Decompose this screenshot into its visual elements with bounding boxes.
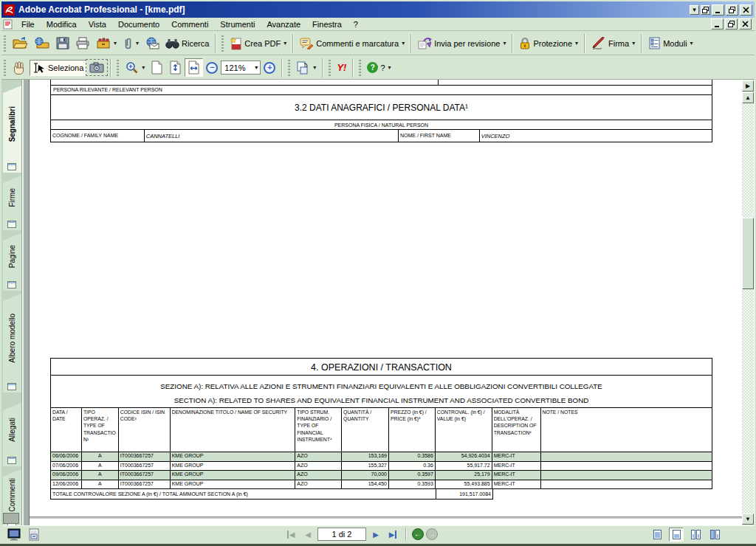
- forms-button[interactable]: Moduli▾: [645, 35, 695, 52]
- forms-icon: [648, 37, 661, 49]
- header-note: NOTE / NOTES: [541, 408, 712, 452]
- search-button[interactable]: Ricerca: [162, 35, 212, 52]
- doc-minimize-button[interactable]: [711, 18, 724, 30]
- toolbar-grip[interactable]: [117, 60, 119, 76]
- toolbar-grip[interactable]: [329, 60, 331, 76]
- menu-avanzate[interactable]: Avanzate: [261, 19, 306, 30]
- plus-circle-icon: +: [264, 62, 275, 74]
- page-indicator-input[interactable]: [317, 528, 366, 541]
- attach-button[interactable]: ▾: [120, 35, 142, 52]
- toolbar-grip[interactable]: [4, 35, 6, 52]
- save-button[interactable]: [53, 35, 72, 52]
- fit-page-icon: [169, 61, 182, 75]
- document-pane[interactable]: PERSONA RILEVANTE / RELEVANT PERSON 3.2 …: [30, 80, 743, 525]
- model-tree-icon: [7, 383, 16, 390]
- toolbar-grip[interactable]: [288, 60, 290, 76]
- continuous-facing-view-button[interactable]: [707, 528, 722, 542]
- actual-size-button[interactable]: [148, 58, 166, 77]
- send-for-review-button[interactable]: Invia per revisione▾: [415, 35, 509, 52]
- next-view-button[interactable]: →: [426, 528, 438, 540]
- toolbar-options-dropdown-icon[interactable]: ▾: [690, 5, 699, 15]
- open-button[interactable]: [9, 35, 31, 52]
- menu-documento[interactable]: Documento: [112, 19, 165, 30]
- previous-page-button[interactable]: ◀: [300, 528, 315, 541]
- document-window-icon[interactable]: [3, 19, 13, 30]
- print-button[interactable]: [72, 35, 93, 52]
- panel-splitter[interactable]: [23, 80, 30, 525]
- hand-tool-button[interactable]: [9, 58, 30, 77]
- doc-close-button[interactable]: [739, 18, 752, 30]
- sign-button[interactable]: Firma▾: [588, 35, 638, 52]
- dropdown-arrow-icon[interactable]: ▾: [253, 64, 259, 71]
- tab-segnalibri[interactable]: Segnalibri: [3, 86, 21, 173]
- open-web-button[interactable]: [31, 35, 53, 52]
- create-pdf-button[interactable]: Crea PDF▾: [227, 35, 289, 52]
- comment-bubble-icon: [300, 37, 314, 49]
- dropdown-arrow-icon: ▾: [142, 64, 145, 71]
- single-page-view-button[interactable]: [650, 528, 664, 542]
- fullscreen-button[interactable]: [7, 528, 21, 541]
- continuous-view-button[interactable]: [669, 528, 684, 542]
- menu-finestra[interactable]: Finestra: [306, 19, 348, 30]
- tab-firme[interactable]: Firme: [3, 176, 21, 230]
- camera-icon: [89, 62, 104, 73]
- toolbar-grip[interactable]: [221, 35, 224, 52]
- next-page-button[interactable]: ▶: [368, 528, 383, 541]
- menu-modifica[interactable]: Modifica: [41, 19, 83, 30]
- scroll-up-button[interactable]: ▲: [742, 92, 754, 103]
- tab-pagine-label: Pagine: [8, 245, 16, 268]
- facing-view-button[interactable]: [688, 528, 703, 542]
- dropdown-arrow-icon: ▾: [388, 64, 391, 71]
- help-button[interactable]: ??▾: [364, 60, 394, 75]
- scrollbar-thumb[interactable]: [742, 218, 754, 289]
- tab-albero-modello-label: Albero modello: [8, 314, 16, 363]
- tab-albero-modello[interactable]: Albero modello: [3, 294, 21, 393]
- select-tool-button[interactable]: Seleziona: [30, 60, 86, 76]
- organizer-button[interactable]: ▾: [93, 35, 120, 52]
- minimize-button[interactable]: [712, 4, 724, 15]
- menu-commenti[interactable]: Commenti: [165, 19, 214, 30]
- paperclip-icon: [123, 37, 133, 50]
- toolbar-separator: [410, 34, 412, 53]
- menu-file[interactable]: File: [16, 19, 41, 30]
- snapshot-tool-button[interactable]: [86, 60, 107, 75]
- pen-icon: [591, 37, 606, 49]
- dropdown-arrow-icon: ▾: [503, 40, 506, 46]
- scroll-down-button[interactable]: ▼: [742, 514, 754, 525]
- comment-markup-button[interactable]: Commenti e marcatura▾: [297, 35, 408, 52]
- first-page-button[interactable]: ◀: [284, 528, 298, 541]
- menu-vista[interactable]: Vista: [83, 19, 112, 30]
- previous-view-button[interactable]: ←: [412, 528, 424, 540]
- restore-button[interactable]: [726, 4, 738, 15]
- zoom-tool-button[interactable]: ▾: [122, 59, 148, 77]
- doc-restore-button[interactable]: [725, 18, 738, 30]
- menu-help[interactable]: ?: [348, 19, 364, 30]
- toolbar-grip[interactable]: [359, 60, 361, 76]
- page-navigation-button[interactable]: ▾: [293, 59, 319, 77]
- vertical-scrollbar[interactable]: ▶ ▲ ▼: [742, 80, 754, 525]
- article-next-button[interactable]: ▶: [742, 80, 754, 91]
- status-bar: ◀ ◀ ▶ ▶ ← →: [1, 525, 755, 543]
- zoom-out-button[interactable]: −: [203, 60, 221, 76]
- tab-pagine[interactable]: Pagine: [3, 233, 21, 291]
- menu-strumenti[interactable]: Strumenti: [214, 19, 261, 30]
- fit-page-button[interactable]: [166, 58, 185, 77]
- float-window-button[interactable]: [701, 5, 710, 15]
- surname-label: COGNOME / FAMILY NAME: [51, 130, 145, 142]
- window-title: Adobe Acrobat Professional - [kme.pdf]: [18, 4, 185, 15]
- protection-button[interactable]: Protezione▾: [516, 35, 581, 52]
- zoom-level-input[interactable]: [222, 63, 253, 72]
- email-button[interactable]: [142, 35, 162, 52]
- total-label: TOTALE CONTROVALORE SEZIONE A (in €) / T…: [51, 489, 436, 500]
- toolbar-grip[interactable]: [4, 60, 6, 76]
- status-page-options-button[interactable]: [28, 528, 40, 541]
- zoom-in-button[interactable]: +: [261, 60, 278, 76]
- transaction-row: 07/06/2006 A IT0003667257 KME GROUP AZO …: [51, 462, 712, 471]
- close-button[interactable]: [740, 4, 752, 15]
- zoom-level-combo[interactable]: ▾: [221, 61, 261, 75]
- yahoo-toolbar-button[interactable]: Y!: [334, 60, 349, 75]
- tab-allegati[interactable]: Allegati: [3, 403, 21, 466]
- last-page-button[interactable]: ▶: [385, 528, 400, 541]
- fit-width-icon: [188, 61, 200, 75]
- fit-width-button[interactable]: [185, 58, 203, 77]
